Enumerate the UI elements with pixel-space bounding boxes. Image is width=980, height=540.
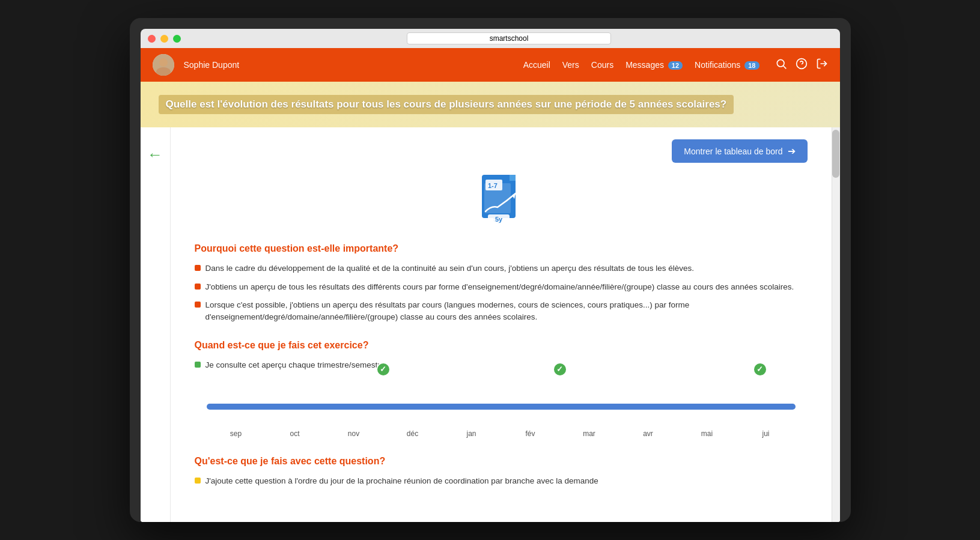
nav-links: Accueil Vers Cours Messages 12 Notificat… [523,60,759,70]
banner-text: Quelle est l'évolution des résultats pou… [159,95,734,114]
list-item: Dans le cadre du développement de la qua… [195,262,808,275]
svg-text:5y: 5y [495,216,502,223]
month-mar: mar [560,429,619,438]
content-area: Montrer le tableau de bord ➔ [171,127,832,522]
document-icon: 1-7 5y 5y [479,172,523,225]
section-why: Pourquoi cette question est-elle importa… [195,243,808,323]
svg-point-3 [777,59,784,67]
section-when: Quand est-ce que je fais cet exercice? J… [195,340,808,437]
avatar [153,54,174,76]
month-sep: sep [207,429,266,438]
titlebar [141,29,840,48]
banner: Quelle est l'évolution des résultats pou… [141,82,840,127]
maximize-button[interactable] [173,35,181,43]
laptop-frame: Sophie Dupont Accueil Vers Cours Message… [130,18,851,522]
navbar-username: Sophie Dupont [184,60,240,70]
bullet-dot-red [195,265,201,271]
section3-bullets: J'ajoute cette question à l'ordre du jou… [195,475,808,487]
month-nov: nov [324,429,383,438]
svg-rect-10 [510,175,516,181]
timeline-track: ✓ ✓ ✓ [207,389,796,425]
bullet-dot-yellow [195,478,201,484]
url-bar [186,32,833,44]
icon-container: 1-7 5y 5y [195,172,808,225]
nav-accueil[interactable]: Accueil [523,60,550,70]
main-area: ← Montrer le tableau de bord ➔ [141,127,840,522]
section2-bullets: Je consulte cet aperçu chaque trimestre/… [195,359,808,371]
dashboard-button[interactable]: Montrer le tableau de bord ➔ [672,139,807,163]
month-mai: mai [678,429,737,438]
messages-badge: 12 [668,61,683,70]
bullet-dot-red [195,302,201,308]
bullet-dot-red [195,284,201,290]
month-fev: fév [501,429,560,438]
svg-text:1-7: 1-7 [488,182,498,189]
left-sidebar: ← [141,127,171,522]
help-icon[interactable] [796,58,808,73]
scrollbar-thumb[interactable] [832,130,839,178]
svg-point-1 [159,58,168,67]
list-item: Je consulte cet aperçu chaque trimestre/… [195,359,808,371]
month-dec: déc [383,429,442,438]
url-input[interactable] [407,32,611,44]
month-avr: avr [619,429,678,438]
nav-messages[interactable]: Messages 12 [625,60,683,70]
svg-line-4 [783,66,786,69]
navbar: Sophie Dupont Accueil Vers Cours Message… [141,48,840,82]
month-oct: oct [266,429,324,438]
back-arrow[interactable]: ← [147,145,163,164]
list-item: J'ajoute cette question à l'ordre du jou… [195,475,808,487]
nav-icons [775,58,828,73]
timeline-line [207,404,796,410]
month-jan: jan [442,429,501,438]
month-jui: jui [737,429,796,438]
section1-title: Pourquoi cette question est-elle importa… [195,243,808,254]
close-button[interactable] [148,35,156,43]
scrollbar[interactable] [832,127,840,522]
notifications-badge: 18 [744,61,759,70]
bullet-dot-green [195,362,201,368]
nav-vers[interactable]: Vers [562,60,579,70]
minimize-button[interactable] [160,35,168,43]
logout-icon[interactable] [816,58,828,73]
nav-notifications[interactable]: Notifications 18 [695,60,759,70]
search-icon[interactable] [775,58,787,73]
nav-cours[interactable]: Cours [591,60,613,70]
arrow-icon: ➔ [788,145,796,157]
section1-bullets: Dans le cadre du développement de la qua… [195,262,808,323]
list-item: J'obtiens un aperçu de tous les résultat… [195,281,808,293]
list-item: Lorsque c'est possible, j'obtiens un ape… [195,299,808,324]
section-what: Qu'est-ce que je fais avec cette questio… [195,456,808,487]
section2-title: Quand est-ce que je fais cet exercice? [195,340,808,351]
timeline: ✓ ✓ ✓ sep oct nov [195,389,808,438]
section3-title: Qu'est-ce que je fais avec cette questio… [195,456,808,467]
browser-content: Sophie Dupont Accueil Vers Cours Message… [141,48,840,522]
timeline-labels: sep oct nov déc jan fév mar avr mai jui [207,429,796,438]
top-action-bar: Montrer le tableau de bord ➔ [195,139,808,163]
